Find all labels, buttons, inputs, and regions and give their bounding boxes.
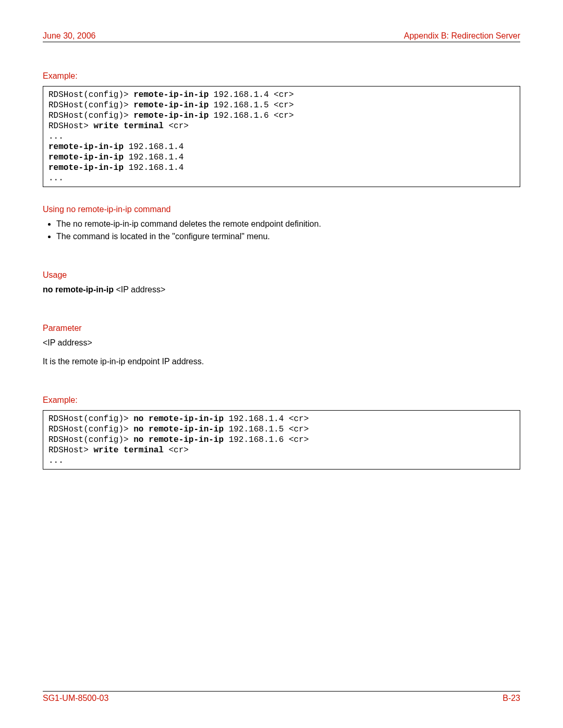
usage-heading: Usage	[43, 270, 520, 280]
footer-pagenum: B-23	[503, 694, 520, 703]
example1-heading: Example:	[43, 71, 520, 81]
parameter-heading: Parameter	[43, 324, 520, 333]
code-bold: remote-ip-in-ip	[133, 101, 209, 110]
code-text: RDSHost(config)>	[48, 90, 133, 100]
header-appendix: Appendix B: Redirection Server	[404, 31, 520, 41]
code-text: 192.168.1.6 <cr>	[224, 435, 309, 445]
code-text: RDSHost>	[48, 121, 93, 131]
usage-syntax: no remote-ip-in-ip <IP address>	[43, 285, 520, 294]
code-block-2: RDSHost(config)> no remote-ip-in-ip 192.…	[43, 410, 520, 470]
code-text: <cr>	[164, 121, 189, 131]
code-text: RDSHost>	[48, 446, 93, 455]
using-heading: Using no remote-ip-in-ip command	[43, 205, 520, 214]
code-text: RDSHost(config)>	[48, 111, 133, 120]
code-text: ...	[48, 132, 64, 141]
code-bold: remote-ip-in-ip	[133, 90, 209, 100]
code-text: RDSHost(config)>	[48, 435, 133, 445]
code-text: 192.168.1.5 <cr>	[224, 425, 309, 434]
page-header: June 30, 2006 Appendix B: Redirection Se…	[43, 31, 520, 41]
list-item: The command is located in the "configure…	[56, 232, 520, 241]
code-text: 192.168.1.4	[124, 142, 183, 152]
code-text: 192.168.1.4	[124, 163, 183, 172]
code-text: ...	[48, 456, 64, 465]
code-bold: no remote-ip-in-ip	[133, 414, 224, 424]
code-text: RDSHost(config)>	[48, 414, 133, 424]
usage-bold: no remote-ip-in-ip	[43, 285, 116, 294]
header-date: June 30, 2006	[43, 31, 95, 41]
code-bold: write terminal	[93, 446, 163, 455]
code-text: 192.168.1.4 <cr>	[209, 90, 293, 100]
page-footer: SG1-UM-8500-03 B-23	[43, 690, 520, 703]
code-block-1: RDSHost(config)> remote-ip-in-ip 192.168…	[43, 86, 520, 187]
parameter-name: <IP address>	[43, 338, 520, 348]
code-bold: remote-ip-in-ip	[48, 153, 124, 162]
code-text: <cr>	[164, 446, 189, 455]
code-text: RDSHost(config)>	[48, 101, 133, 110]
usage-rest: <IP address>	[116, 285, 165, 294]
code-text: 192.168.1.6 <cr>	[209, 111, 293, 120]
code-bold: remote-ip-in-ip	[48, 142, 124, 152]
footer-docid: SG1-UM-8500-03	[43, 694, 108, 703]
bullet-list: The no remote-ip-in-ip command deletes t…	[56, 219, 520, 241]
code-text: 192.168.1.5 <cr>	[209, 101, 293, 110]
header-rule	[43, 42, 520, 42]
code-text: 192.168.1.4	[124, 153, 183, 162]
parameter-description: It is the remote ip-in-ip endpoint IP ad…	[43, 357, 520, 366]
footer-rule	[43, 691, 520, 692]
code-bold: no remote-ip-in-ip	[133, 435, 224, 445]
example2-heading: Example:	[43, 396, 520, 405]
code-text: RDSHost(config)>	[48, 425, 133, 434]
code-bold: write terminal	[93, 121, 163, 131]
list-item: The no remote-ip-in-ip command deletes t…	[56, 219, 520, 229]
code-bold: remote-ip-in-ip	[48, 163, 124, 172]
code-bold: remote-ip-in-ip	[133, 111, 209, 120]
code-text: 192.168.1.4 <cr>	[224, 414, 309, 424]
code-bold: no remote-ip-in-ip	[133, 425, 224, 434]
code-text: ...	[48, 174, 64, 183]
document-page: June 30, 2006 Appendix B: Redirection Se…	[0, 0, 563, 728]
